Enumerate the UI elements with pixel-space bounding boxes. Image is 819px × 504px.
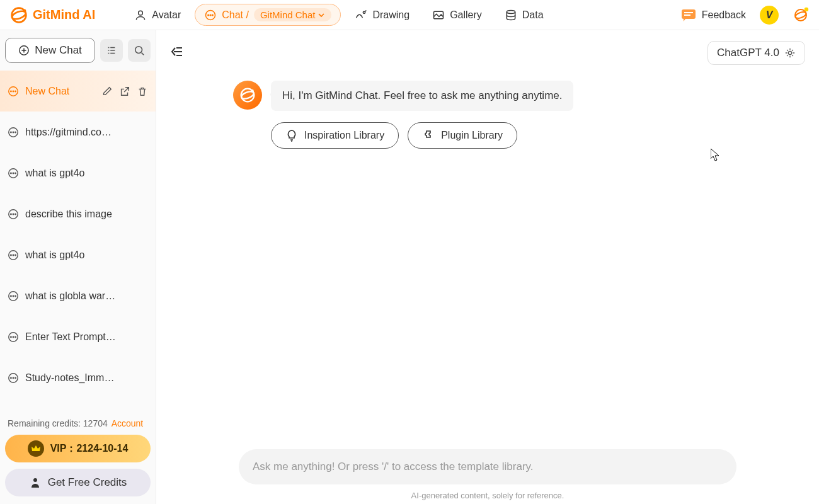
gallery-icon xyxy=(432,9,445,21)
svg-rect-12 xyxy=(684,12,693,13)
svg-point-16 xyxy=(805,7,809,11)
nav-chat[interactable]: Chat / GitMind Chat xyxy=(195,4,341,26)
chat-icon xyxy=(204,9,217,21)
svg-point-33 xyxy=(13,214,13,214)
chat-history-item[interactable]: https://gitmind.com/faq... xyxy=(0,112,156,152)
top-nav: GitMind AI Avatar Chat / GitMind Chat Dr… xyxy=(0,0,819,30)
nav-drawing[interactable]: Drawing xyxy=(346,5,418,25)
svg-point-36 xyxy=(11,255,11,255)
svg-point-55 xyxy=(251,89,254,93)
chat-input-container xyxy=(239,449,736,484)
plugin-library-button[interactable]: Plugin Library xyxy=(408,122,517,149)
svg-point-21 xyxy=(13,91,13,91)
new-chat-button[interactable]: New Chat xyxy=(5,38,95,63)
list-view-button[interactable] xyxy=(100,39,123,62)
message-icon xyxy=(8,290,19,302)
svg-point-28 xyxy=(11,173,11,173)
chat-history-list: New Chat https://gitmind.com/faq... what… xyxy=(0,71,156,411)
chat-input[interactable] xyxy=(253,461,723,473)
svg-point-26 xyxy=(15,132,16,132)
model-selector[interactable]: ChatGPT 4.0 xyxy=(707,41,805,65)
chat-history-item[interactable]: what is gpt4o xyxy=(0,152,156,193)
chat-history-item[interactable]: what is globla warming xyxy=(0,275,156,316)
svg-point-18 xyxy=(135,47,142,54)
credits-info: Remaining credits: 12704 Account xyxy=(5,416,151,435)
person-icon xyxy=(29,476,42,489)
svg-point-6 xyxy=(210,14,211,16)
svg-point-10 xyxy=(507,10,515,13)
chat-history-item[interactable]: describe this image xyxy=(0,193,156,234)
chat-history-item[interactable]: Enter Text PromptType ... xyxy=(0,316,156,357)
chat-history-item[interactable]: what is gpt4o xyxy=(0,234,156,275)
feedback-button[interactable]: Feedback xyxy=(680,7,746,23)
svg-point-24 xyxy=(11,132,11,132)
svg-point-25 xyxy=(13,132,13,132)
user-avatar[interactable]: V xyxy=(760,6,779,25)
list-icon xyxy=(106,45,117,56)
svg-point-7 xyxy=(212,14,214,16)
svg-rect-13 xyxy=(684,14,690,16)
chat-mode-selector[interactable]: GitMind Chat xyxy=(254,8,332,21)
svg-point-49 xyxy=(13,377,13,378)
svg-point-2 xyxy=(23,9,26,12)
account-link[interactable]: Account xyxy=(112,418,144,428)
message-icon xyxy=(8,127,19,138)
drawing-icon xyxy=(355,9,367,21)
nav-data[interactable]: Data xyxy=(496,5,553,25)
chat-history-item[interactable]: Study-notes_Immune-s... xyxy=(0,357,156,398)
share-icon[interactable] xyxy=(119,86,130,97)
collapse-sidebar-button[interactable] xyxy=(170,45,184,61)
message-icon xyxy=(8,168,19,179)
svg-rect-11 xyxy=(682,9,696,19)
delete-icon[interactable] xyxy=(137,86,148,97)
brand-logo[interactable]: GitMind AI xyxy=(10,6,95,24)
inspiration-library-button[interactable]: Inspiration Library xyxy=(271,122,399,149)
svg-point-37 xyxy=(13,255,13,255)
crown-icon xyxy=(28,440,44,457)
svg-point-50 xyxy=(15,377,16,378)
chat-history-item[interactable]: New Chat xyxy=(0,71,156,112)
nav-avatar[interactable]: Avatar xyxy=(125,5,190,25)
svg-point-22 xyxy=(15,91,16,91)
message-icon xyxy=(8,249,19,261)
svg-point-3 xyxy=(139,11,143,15)
avatar-icon xyxy=(134,9,147,21)
collapse-icon xyxy=(170,45,184,59)
nav-gallery[interactable]: Gallery xyxy=(423,5,491,25)
free-credits-button[interactable]: Get Free Credits xyxy=(5,469,151,496)
search-button[interactable] xyxy=(128,39,151,62)
sidebar: New Chat New Chat https://gitmind.com/fa… xyxy=(0,30,156,504)
app-badge[interactable] xyxy=(793,7,809,23)
lightbulb-icon xyxy=(285,129,298,142)
message-icon xyxy=(8,209,19,220)
svg-point-40 xyxy=(11,295,11,296)
svg-point-41 xyxy=(13,295,13,296)
gitmind-logo-icon xyxy=(10,6,28,24)
edit-icon[interactable] xyxy=(101,86,113,97)
svg-point-20 xyxy=(11,91,11,91)
chat-messages: Hi, I'm GitMind Chat. Feel free to ask m… xyxy=(156,76,819,449)
svg-point-34 xyxy=(15,214,16,214)
svg-point-5 xyxy=(208,14,209,16)
main-content: ChatGPT 4.0 Hi, I'm GitMind Chat. Feel f… xyxy=(156,30,819,504)
message-icon xyxy=(8,86,19,97)
search-icon xyxy=(134,45,145,56)
svg-point-42 xyxy=(15,295,16,296)
message-icon xyxy=(8,372,19,384)
vip-button[interactable]: VIP：2124-10-14 xyxy=(5,435,151,462)
plus-circle-icon xyxy=(18,45,30,56)
bot-message: Hi, I'm GitMind Chat. Feel free to ask m… xyxy=(271,81,573,111)
bot-avatar xyxy=(233,81,262,110)
svg-point-45 xyxy=(13,336,13,337)
svg-point-30 xyxy=(15,173,16,173)
data-icon xyxy=(505,9,517,21)
feedback-icon xyxy=(680,7,697,23)
puzzle-icon xyxy=(422,129,435,142)
gear-icon xyxy=(784,47,796,59)
svg-point-29 xyxy=(13,173,13,173)
disclaimer-text: AI-generated content, solely for referen… xyxy=(156,491,819,504)
svg-point-52 xyxy=(788,51,791,54)
svg-point-48 xyxy=(11,377,11,378)
svg-point-51 xyxy=(33,478,37,482)
brand-name: GitMind AI xyxy=(33,8,95,22)
